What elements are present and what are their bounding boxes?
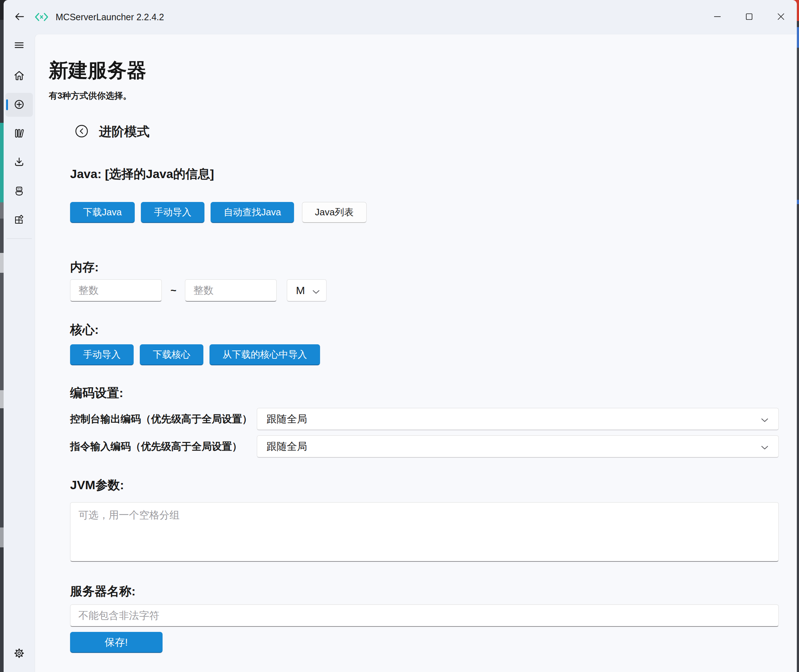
- chevron-down-icon: [761, 413, 768, 425]
- sidebar-item-home[interactable]: [5, 64, 33, 88]
- console-output-encoding-value: 跟随全局: [267, 412, 307, 426]
- mode-back-button[interactable]: [74, 124, 89, 139]
- manual-import-java-button[interactable]: 手动导入: [141, 202, 205, 223]
- download-icon: [13, 156, 25, 170]
- sidebar-item-extensions[interactable]: [5, 208, 33, 232]
- memory-range-separator: ~: [171, 285, 176, 296]
- gear-icon: [13, 647, 26, 661]
- robot-icon: [13, 185, 25, 198]
- memory-unit-select[interactable]: M: [287, 279, 326, 302]
- sidebar-item-new-server[interactable]: [5, 93, 33, 117]
- minimize-icon: [712, 11, 723, 23]
- download-core-button[interactable]: 下载核心: [140, 344, 203, 365]
- desktop-background-left: [0, 0, 3, 672]
- java-section-label: Java: [选择的Java的信息]: [70, 166, 779, 182]
- memory-section-label: 内存:: [70, 259, 779, 276]
- server-name-section-label: 服务器名称:: [70, 583, 779, 600]
- maximize-button[interactable]: [733, 0, 765, 34]
- desktop-background-right: [797, 0, 799, 672]
- server-name-input[interactable]: [70, 605, 779, 627]
- maximize-icon: [744, 11, 754, 23]
- console-output-encoding-select[interactable]: 跟随全局: [257, 408, 779, 430]
- window-controls: [702, 0, 797, 34]
- sidebar-item-settings[interactable]: [5, 642, 33, 666]
- close-icon: [775, 11, 786, 23]
- jvm-args-textarea[interactable]: [70, 502, 779, 562]
- page-subtitle: 有3种方式供你选择。: [49, 90, 779, 101]
- sidebar-item-library[interactable]: [5, 122, 33, 146]
- close-button[interactable]: [765, 0, 797, 34]
- menu-toggle-button[interactable]: [5, 36, 33, 55]
- page-title: 新建服务器: [49, 58, 779, 82]
- java-list-button[interactable]: Java列表: [302, 202, 367, 223]
- add-circle-icon: [13, 98, 25, 112]
- jvm-section-label: JVM参数:: [70, 477, 779, 493]
- mode-title: 进阶模式: [99, 123, 150, 140]
- app-logo-icon: [34, 11, 49, 23]
- library-icon: [13, 127, 25, 141]
- minimize-button[interactable]: [702, 0, 733, 34]
- sidebar-item-downloads[interactable]: [5, 150, 33, 174]
- back-arrow-icon: [13, 11, 26, 24]
- console-output-encoding-label: 控制台输出编码（优先级高于全局设置）: [70, 412, 257, 426]
- memory-unit-value: M: [296, 284, 305, 297]
- command-input-encoding-label: 指令输入编码（优先级高于全局设置）: [70, 440, 257, 453]
- home-icon: [13, 69, 25, 83]
- command-input-encoding-select[interactable]: 跟随全局: [257, 435, 779, 458]
- chevron-down-icon: [761, 441, 768, 452]
- memory-min-input[interactable]: [70, 279, 162, 302]
- command-input-encoding-value: 跟随全局: [267, 440, 307, 453]
- hamburger-icon: [13, 39, 25, 52]
- encoding-section-label: 编码设置:: [70, 385, 779, 402]
- chevron-down-icon: [312, 284, 320, 297]
- save-button[interactable]: 保存!: [70, 632, 163, 653]
- circle-chevron-left-icon: [74, 124, 89, 139]
- download-java-button[interactable]: 下载Java: [70, 202, 135, 223]
- manual-import-core-button[interactable]: 手动导入: [70, 344, 134, 365]
- sidebar: [3, 34, 35, 672]
- import-from-downloaded-core-button[interactable]: 从下载的核心中导入: [209, 344, 320, 365]
- main-content: 新建服务器 有3种方式供你选择。 进阶模式 Java: [选择的Java的信息]…: [35, 34, 797, 672]
- app-window: MCServerLauncher 2.2.4.2: [3, 0, 797, 672]
- core-section-label: 核心:: [70, 322, 779, 338]
- memory-max-input[interactable]: [185, 279, 277, 302]
- titlebar: MCServerLauncher 2.2.4.2: [3, 0, 797, 34]
- selection-indicator: [6, 99, 8, 110]
- auto-find-java-button[interactable]: 自动查找Java: [211, 202, 294, 223]
- extensions-icon: [13, 214, 25, 227]
- mode-header: 进阶模式: [74, 122, 779, 141]
- sidebar-divider: [6, 238, 32, 239]
- sidebar-item-bot[interactable]: [5, 179, 33, 203]
- back-button[interactable]: [11, 8, 28, 26]
- window-title: MCServerLauncher 2.2.4.2: [56, 12, 164, 22]
